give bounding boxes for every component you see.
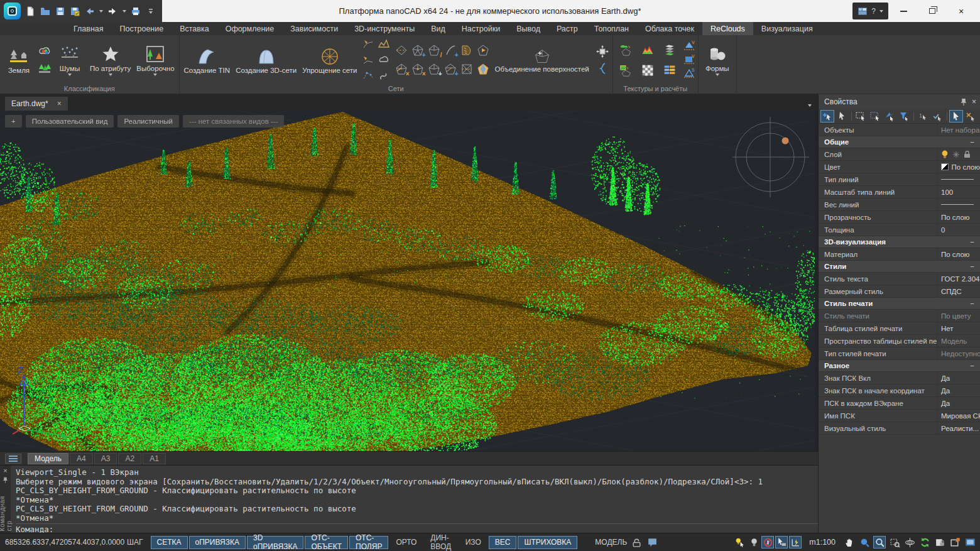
no-selection-icon[interactable] (761, 536, 774, 548)
fullscreen-icon[interactable] (949, 536, 961, 548)
collapse-icon[interactable]: − (970, 263, 974, 270)
property-row-objects[interactable]: Объекты Нет набора (819, 124, 980, 136)
undo-icon[interactable] (85, 6, 95, 17)
open-file-icon[interactable] (40, 6, 51, 17)
property-section-styles[interactable]: Стили − (819, 261, 980, 273)
navigation-compass[interactable] (732, 116, 809, 197)
toggle-hatch[interactable]: ШТРИХОВКА (518, 536, 577, 549)
property-section-3d[interactable]: 3D-визуализация − (819, 236, 980, 248)
tab-oformlenie[interactable]: Оформление (217, 22, 283, 35)
property-row-thickness[interactable]: Толщина 0 (819, 224, 980, 236)
property-row-ucs-on[interactable]: Знак ПСК Вкл Да (819, 372, 980, 385)
create-tin-button[interactable]: Создание TIN (182, 45, 232, 75)
select-add-tool[interactable] (820, 110, 834, 123)
quick-select-tool[interactable]: 1 (916, 110, 930, 123)
create-3d-mesh-button[interactable]: Создание 3D-сети (234, 45, 298, 75)
tab-zavisimosti[interactable]: Зависимости (282, 22, 346, 35)
property-row-ucs-viewport[interactable]: ПСК в каждом ВЭкране Да (819, 397, 980, 410)
viewport-style-button[interactable]: Реалистичный (117, 115, 179, 128)
redo-icon[interactable] (107, 6, 118, 17)
layout-menu-icon[interactable] (5, 454, 21, 464)
select-window-tool[interactable] (854, 110, 868, 123)
pan-icon[interactable] (843, 536, 856, 548)
nanocad-logo-icon[interactable] (4, 3, 21, 19)
toggle-otrack-object[interactable]: ОТС-ОБЪЕКТ (305, 536, 348, 549)
tab-glavnaya[interactable]: Главная (65, 22, 112, 35)
property-row-linetype[interactable]: Тип линий (819, 173, 980, 186)
layout-tab-a2[interactable]: A2 (118, 453, 141, 464)
property-row-material[interactable]: Материал По слою (819, 248, 980, 261)
texture-from-image-icon[interactable] (618, 63, 633, 77)
property-row-lineweight[interactable]: Вес линий (819, 199, 980, 211)
annotation-icon[interactable] (646, 536, 658, 548)
property-row-color[interactable]: Цвет По слою (819, 161, 980, 173)
save-all-icon[interactable] (70, 6, 80, 17)
mesh-points-icon[interactable] (361, 68, 376, 82)
mesh-delete-icon[interactable]: × (395, 62, 409, 77)
property-section-misc[interactable]: Разное − (819, 360, 980, 372)
select-tool[interactable] (835, 110, 849, 123)
color-swatch[interactable] (941, 163, 949, 170)
merge-surfaces-button[interactable]: Объединение поверхностей (493, 46, 591, 74)
undo-dropdown-icon[interactable] (99, 10, 103, 13)
tab-vizualizaciya[interactable]: Визуализация (753, 22, 821, 35)
property-section-plotstyle[interactable]: Стиль печати − (819, 298, 980, 310)
layer-on-bulb-icon[interactable] (941, 150, 949, 159)
property-row-ucs-name[interactable]: Имя ПСК Мировая СК (819, 410, 980, 422)
mesh-delete-vertex-icon[interactable]: × (411, 62, 425, 77)
toggle-iso[interactable]: ИЗО (459, 536, 487, 549)
shapes-button[interactable]: Формы (701, 43, 734, 76)
help-button[interactable]: ? (871, 7, 876, 16)
help-dropdown-icon[interactable] (879, 10, 883, 13)
mesh-add-face-icon[interactable]: + (444, 62, 458, 77)
apply-select-tool[interactable] (930, 110, 944, 123)
properties-pin-icon[interactable] (961, 98, 967, 106)
restore-button[interactable] (918, 1, 946, 21)
model-viewport[interactable]: + Пользовательский вид Реалистичный --- … (0, 111, 818, 451)
volume-between-icon[interactable]: V (683, 53, 695, 66)
tab-nastroyki[interactable]: Настройки (454, 22, 508, 35)
print-icon[interactable] (131, 6, 141, 17)
select-crossing-tool[interactable] (868, 110, 882, 123)
layer-lock-icon[interactable] (964, 150, 971, 158)
volume-table-icon[interactable] (662, 63, 677, 77)
select-fence-tool[interactable] (883, 110, 896, 123)
layout-tab-model[interactable]: Модель (28, 453, 68, 464)
tab-list-dropdown-icon[interactable] (808, 104, 812, 107)
clip-boundary-icon[interactable] (460, 43, 474, 58)
viewport-plus-button[interactable]: + (5, 115, 22, 128)
area-surface-icon[interactable]: S (683, 67, 695, 80)
section-diamond-icon[interactable] (395, 43, 409, 58)
pointer-mode-tool[interactable] (949, 110, 963, 123)
toggle-grid[interactable]: СЕТКА (151, 536, 188, 549)
toggle-osnap[interactable]: оПРИВЯЗКА (189, 536, 246, 549)
lasso-curve-icon[interactable] (377, 68, 391, 82)
toggle-lineweight[interactable]: ВЕС (489, 536, 517, 549)
section-plane-icon[interactable] (460, 62, 474, 77)
deselect-tool[interactable] (964, 110, 977, 123)
collapse-icon[interactable]: − (970, 238, 974, 246)
tab-vid[interactable]: Вид (423, 22, 454, 35)
surface-from-points-icon[interactable] (361, 36, 376, 51)
property-row-layer[interactable]: Слой (819, 148, 980, 161)
minimize-button[interactable] (890, 1, 917, 21)
zoom-window-icon[interactable] (888, 536, 901, 548)
zoom-icon[interactable] (858, 536, 871, 548)
properties-close-icon[interactable]: × (972, 97, 976, 106)
tab-vstavka[interactable]: Вставка (172, 22, 217, 35)
height-map-icon[interactable] (640, 42, 655, 57)
collapse-icon[interactable]: − (970, 362, 974, 369)
command-pin-icon[interactable] (3, 477, 8, 483)
toggle-ortho[interactable]: ОРТО (389, 536, 423, 549)
tab-vyvod[interactable]: Вывод (508, 22, 548, 35)
mesh-textured-icon[interactable] (476, 62, 491, 77)
document-tab-earth[interactable]: Earth.dwg* × (5, 97, 68, 111)
terrain-profile-icon[interactable] (377, 36, 391, 51)
earth-classify-button[interactable]: Земля (3, 45, 35, 75)
mesh-add-vertex-icon[interactable]: + (411, 43, 425, 58)
simplify-mesh-button[interactable]: Упрощение сети (300, 45, 359, 75)
redo-dropdown-icon[interactable] (122, 10, 126, 13)
toggle-3d-osnap[interactable]: 3D оПРИВЯЗКА (247, 536, 303, 549)
selection-filter-tool[interactable] (897, 110, 911, 123)
regen-icon[interactable] (918, 536, 931, 548)
